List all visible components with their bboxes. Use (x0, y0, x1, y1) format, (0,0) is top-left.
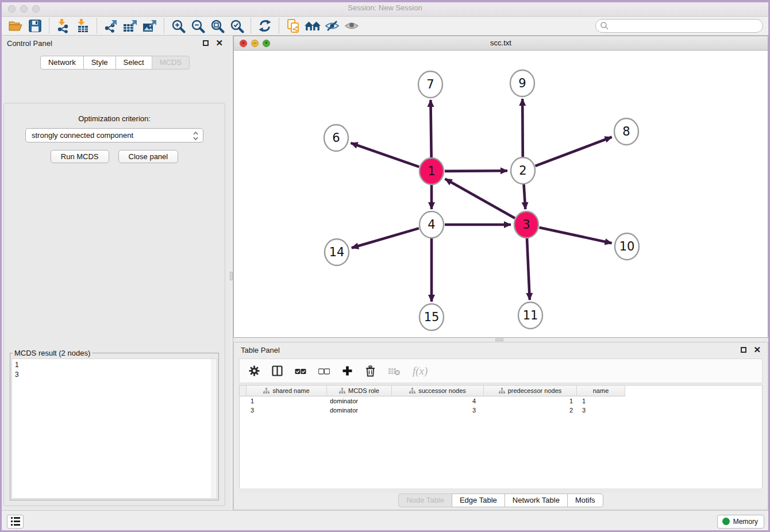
mcds-result-title: MCDS result (2 nodes) (13, 349, 92, 357)
network-maximize-icon[interactable]: + (263, 40, 270, 47)
select-all-rows-icon[interactable] (295, 368, 306, 375)
graph-edge-2-9[interactable] (522, 99, 523, 157)
tab-style[interactable]: Style (83, 56, 116, 70)
horizontal-splitter[interactable] (233, 338, 768, 342)
add-column-icon[interactable] (342, 365, 353, 376)
search-field[interactable] (595, 19, 763, 33)
split-columns-icon[interactable] (272, 365, 283, 376)
graph-edge-2-8[interactable] (536, 137, 612, 166)
tab-network-table[interactable]: Network Table (505, 494, 568, 507)
graph-edge-1-6[interactable] (351, 143, 419, 167)
float-panel-icon[interactable] (203, 40, 209, 46)
control-panel: Control Panel ✕ Network Style Select MCD… (0, 36, 230, 510)
close-panel-icon[interactable]: ✕ (215, 40, 223, 46)
apply-function-icon[interactable]: f(x) (413, 365, 428, 377)
column-header-successor-nodes[interactable]: successor nodes (392, 385, 484, 396)
table-header-row: shared name MCDS role successor nodes pr… (240, 385, 762, 396)
memory-label: Memory (733, 518, 758, 526)
network-canvas[interactable]: 7968124314101511 (234, 51, 768, 337)
export-network-icon[interactable] (101, 18, 121, 34)
row-gutter (240, 385, 247, 396)
import-table-icon[interactable] (73, 18, 93, 34)
graph-node-label-10: 10 (619, 240, 635, 253)
optimization-criterion-label: Optimization criterion: (4, 114, 225, 123)
select-chevrons-icon (192, 130, 199, 145)
export-table-icon[interactable] (121, 18, 140, 34)
column-header-predecessor-nodes[interactable]: predecessor nodes (484, 385, 577, 396)
run-mcds-button[interactable]: Run MCDS (51, 150, 109, 163)
tab-motifs[interactable]: Motifs (567, 494, 603, 507)
graph-edge-3-1[interactable] (445, 179, 515, 218)
result-scrollbar[interactable] (211, 359, 217, 498)
float-panel-icon[interactable] (741, 347, 746, 353)
search-input[interactable] (595, 19, 763, 33)
toolbar-separator (97, 18, 97, 33)
import-network-icon[interactable] (53, 18, 73, 34)
mcds-result-group: MCDS result (2 nodes) 1 3 (10, 349, 219, 500)
list-icon (10, 516, 21, 526)
criterion-select[interactable]: strongly connected component (25, 128, 203, 142)
graph-node-label-11: 11 (523, 309, 538, 322)
refresh-view-icon[interactable] (255, 18, 275, 34)
hide-selected-icon[interactable] (322, 18, 342, 34)
tab-mcds[interactable]: MCDS (152, 56, 190, 70)
control-panel-header: Control Panel ✕ (0, 36, 230, 51)
delete-column-icon[interactable] (365, 365, 376, 377)
export-image-icon[interactable] (140, 18, 160, 34)
column-header-mcds-role[interactable]: MCDS role (327, 385, 392, 396)
result-line: 1 (15, 360, 214, 370)
graph-node-label-7: 7 (426, 78, 434, 91)
graph-edge-4-14[interactable] (352, 228, 419, 248)
table-panel-title: Table Panel (241, 346, 280, 354)
zoom-in-icon[interactable] (168, 18, 188, 34)
graph-edge-2-3[interactable] (524, 184, 526, 209)
node-table[interactable]: shared name MCDS role successor nodes pr… (239, 385, 763, 491)
show-all-icon[interactable] (342, 18, 361, 34)
splitter-handle[interactable] (230, 272, 233, 280)
tab-select[interactable]: Select (116, 56, 152, 70)
graph-edge-3-10[interactable] (540, 228, 612, 243)
window-minimize-icon[interactable] (20, 5, 28, 13)
first-neighbors-icon[interactable] (303, 18, 322, 34)
table-settings-icon[interactable] (249, 365, 260, 376)
tab-network[interactable]: Network (40, 56, 84, 70)
graph-edge-3-11[interactable] (527, 238, 530, 300)
tab-edge-table[interactable]: Edge Table (452, 494, 505, 507)
graph-node-label-9: 9 (518, 76, 526, 90)
deselect-all-rows-icon[interactable] (318, 368, 330, 375)
graph-edge-1-2[interactable] (445, 171, 507, 171)
search-icon (600, 21, 609, 33)
close-panel-button[interactable]: Close panel (118, 150, 179, 163)
tab-node-table[interactable]: Node Table (398, 494, 452, 507)
table-row[interactable]: 3 dominator 3 2 3 (240, 406, 762, 415)
window-zoom-icon[interactable] (32, 5, 40, 13)
splitter-handle[interactable] (495, 338, 503, 341)
graph-node-label-14: 14 (329, 245, 345, 259)
graph-node-label-2: 2 (519, 164, 526, 178)
network-close-icon[interactable]: × (240, 40, 247, 47)
network-title: scc.txt (234, 36, 768, 50)
save-session-icon[interactable] (25, 18, 45, 34)
toolbar-separator (49, 18, 49, 33)
graph-node-label-15: 15 (424, 310, 440, 324)
column-header-name[interactable]: name (577, 385, 625, 396)
zoom-selected-icon[interactable] (227, 18, 247, 34)
mcds-result-text[interactable]: 1 3 (11, 358, 217, 499)
window-close-icon[interactable] (8, 5, 16, 13)
open-session-icon[interactable] (6, 18, 25, 34)
new-network-from-selection-icon[interactable] (283, 18, 303, 34)
graph-node-label-4: 4 (428, 218, 435, 232)
memory-button[interactable]: Memory (717, 515, 764, 529)
network-window: × − + scc.txt 7968124314101511 (233, 36, 768, 338)
close-panel-icon[interactable]: ✕ (753, 347, 761, 353)
network-minimize-icon[interactable]: − (251, 40, 259, 47)
show-tasks-button[interactable] (7, 515, 24, 529)
result-line: 3 (15, 370, 214, 380)
table-row[interactable]: 1 dominator 4 1 1 (240, 396, 762, 406)
zoom-out-icon[interactable] (188, 18, 207, 34)
delete-table-icon[interactable] (388, 367, 401, 376)
zoom-fit-icon[interactable] (207, 18, 227, 34)
column-header-shared-name[interactable]: shared name (247, 385, 327, 396)
toolbar-separator (251, 18, 251, 33)
graph-edge-1-7[interactable] (430, 100, 431, 158)
